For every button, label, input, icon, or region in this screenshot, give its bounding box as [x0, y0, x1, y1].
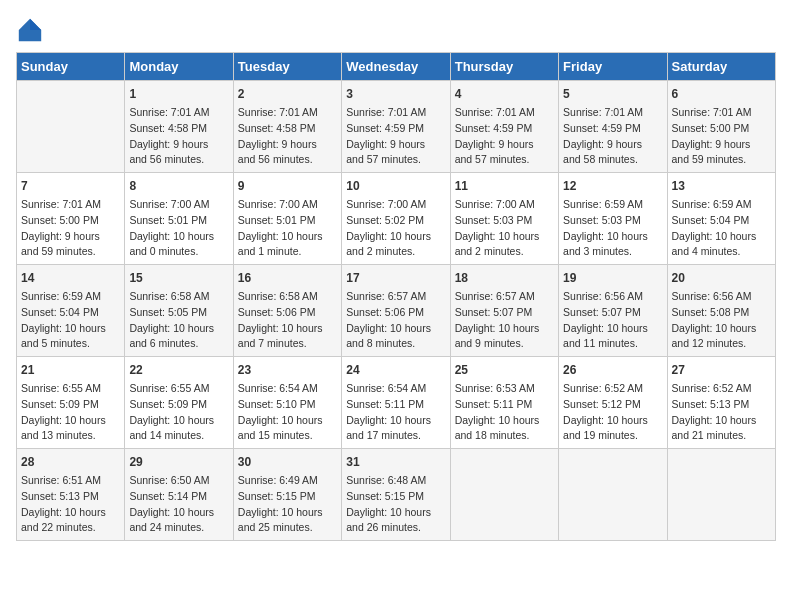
day-number: 26: [563, 361, 662, 379]
calendar-cell: [450, 449, 558, 541]
day-number: 18: [455, 269, 554, 287]
day-info: Sunrise: 7:00 AMSunset: 5:01 PMDaylight:…: [238, 197, 337, 260]
calendar-table: SundayMondayTuesdayWednesdayThursdayFrid…: [16, 52, 776, 541]
calendar-cell: 15Sunrise: 6:58 AMSunset: 5:05 PMDayligh…: [125, 265, 233, 357]
day-info: Sunrise: 6:57 AMSunset: 5:06 PMDaylight:…: [346, 289, 445, 352]
day-number: 29: [129, 453, 228, 471]
header-row: SundayMondayTuesdayWednesdayThursdayFrid…: [17, 53, 776, 81]
calendar-cell: 3Sunrise: 7:01 AMSunset: 4:59 PMDaylight…: [342, 81, 450, 173]
calendar-cell: 6Sunrise: 7:01 AMSunset: 5:00 PMDaylight…: [667, 81, 775, 173]
day-number: 9: [238, 177, 337, 195]
calendar-cell: 7Sunrise: 7:01 AMSunset: 5:00 PMDaylight…: [17, 173, 125, 265]
day-info: Sunrise: 6:53 AMSunset: 5:11 PMDaylight:…: [455, 381, 554, 444]
day-info: Sunrise: 6:56 AMSunset: 5:07 PMDaylight:…: [563, 289, 662, 352]
header-cell-sunday: Sunday: [17, 53, 125, 81]
day-info: Sunrise: 6:59 AMSunset: 5:04 PMDaylight:…: [672, 197, 771, 260]
day-info: Sunrise: 6:59 AMSunset: 5:04 PMDaylight:…: [21, 289, 120, 352]
week-row-2: 14Sunrise: 6:59 AMSunset: 5:04 PMDayligh…: [17, 265, 776, 357]
day-number: 27: [672, 361, 771, 379]
day-info: Sunrise: 7:01 AMSunset: 4:58 PMDaylight:…: [129, 105, 228, 168]
day-number: 30: [238, 453, 337, 471]
day-number: 4: [455, 85, 554, 103]
day-info: Sunrise: 6:55 AMSunset: 5:09 PMDaylight:…: [129, 381, 228, 444]
calendar-cell: 17Sunrise: 6:57 AMSunset: 5:06 PMDayligh…: [342, 265, 450, 357]
calendar-cell: 23Sunrise: 6:54 AMSunset: 5:10 PMDayligh…: [233, 357, 341, 449]
calendar-cell: 25Sunrise: 6:53 AMSunset: 5:11 PMDayligh…: [450, 357, 558, 449]
day-number: 6: [672, 85, 771, 103]
day-info: Sunrise: 7:01 AMSunset: 4:59 PMDaylight:…: [455, 105, 554, 168]
day-number: 17: [346, 269, 445, 287]
calendar-cell: 26Sunrise: 6:52 AMSunset: 5:12 PMDayligh…: [559, 357, 667, 449]
day-info: Sunrise: 6:57 AMSunset: 5:07 PMDaylight:…: [455, 289, 554, 352]
day-number: 2: [238, 85, 337, 103]
header-cell-friday: Friday: [559, 53, 667, 81]
day-info: Sunrise: 7:01 AMSunset: 4:59 PMDaylight:…: [346, 105, 445, 168]
calendar-cell: [667, 449, 775, 541]
calendar-cell: 13Sunrise: 6:59 AMSunset: 5:04 PMDayligh…: [667, 173, 775, 265]
calendar-cell: 9Sunrise: 7:00 AMSunset: 5:01 PMDaylight…: [233, 173, 341, 265]
day-number: 19: [563, 269, 662, 287]
calendar-cell: 31Sunrise: 6:48 AMSunset: 5:15 PMDayligh…: [342, 449, 450, 541]
day-number: 21: [21, 361, 120, 379]
calendar-cell: 22Sunrise: 6:55 AMSunset: 5:09 PMDayligh…: [125, 357, 233, 449]
day-number: 31: [346, 453, 445, 471]
day-info: Sunrise: 6:49 AMSunset: 5:15 PMDaylight:…: [238, 473, 337, 536]
calendar-cell: 28Sunrise: 6:51 AMSunset: 5:13 PMDayligh…: [17, 449, 125, 541]
calendar-cell: 27Sunrise: 6:52 AMSunset: 5:13 PMDayligh…: [667, 357, 775, 449]
week-row-1: 7Sunrise: 7:01 AMSunset: 5:00 PMDaylight…: [17, 173, 776, 265]
calendar-cell: 21Sunrise: 6:55 AMSunset: 5:09 PMDayligh…: [17, 357, 125, 449]
week-row-0: 1Sunrise: 7:01 AMSunset: 4:58 PMDaylight…: [17, 81, 776, 173]
calendar-cell: 14Sunrise: 6:59 AMSunset: 5:04 PMDayligh…: [17, 265, 125, 357]
calendar-cell: 16Sunrise: 6:58 AMSunset: 5:06 PMDayligh…: [233, 265, 341, 357]
day-number: 10: [346, 177, 445, 195]
day-number: 3: [346, 85, 445, 103]
header: [16, 16, 776, 44]
day-number: 16: [238, 269, 337, 287]
calendar-cell: [559, 449, 667, 541]
day-info: Sunrise: 6:54 AMSunset: 5:11 PMDaylight:…: [346, 381, 445, 444]
day-number: 14: [21, 269, 120, 287]
calendar-cell: 5Sunrise: 7:01 AMSunset: 4:59 PMDaylight…: [559, 81, 667, 173]
header-cell-saturday: Saturday: [667, 53, 775, 81]
day-number: 7: [21, 177, 120, 195]
day-number: 23: [238, 361, 337, 379]
header-cell-monday: Monday: [125, 53, 233, 81]
day-info: Sunrise: 6:52 AMSunset: 5:12 PMDaylight:…: [563, 381, 662, 444]
day-info: Sunrise: 7:01 AMSunset: 4:58 PMDaylight:…: [238, 105, 337, 168]
calendar-cell: [17, 81, 125, 173]
day-info: Sunrise: 6:50 AMSunset: 5:14 PMDaylight:…: [129, 473, 228, 536]
day-number: 22: [129, 361, 228, 379]
logo: [16, 16, 48, 44]
calendar-cell: 8Sunrise: 7:00 AMSunset: 5:01 PMDaylight…: [125, 173, 233, 265]
week-row-3: 21Sunrise: 6:55 AMSunset: 5:09 PMDayligh…: [17, 357, 776, 449]
day-number: 24: [346, 361, 445, 379]
calendar-cell: 19Sunrise: 6:56 AMSunset: 5:07 PMDayligh…: [559, 265, 667, 357]
day-number: 28: [21, 453, 120, 471]
day-number: 15: [129, 269, 228, 287]
calendar-cell: 18Sunrise: 6:57 AMSunset: 5:07 PMDayligh…: [450, 265, 558, 357]
day-info: Sunrise: 6:58 AMSunset: 5:05 PMDaylight:…: [129, 289, 228, 352]
day-number: 13: [672, 177, 771, 195]
calendar-cell: 10Sunrise: 7:00 AMSunset: 5:02 PMDayligh…: [342, 173, 450, 265]
day-info: Sunrise: 6:52 AMSunset: 5:13 PMDaylight:…: [672, 381, 771, 444]
day-info: Sunrise: 6:48 AMSunset: 5:15 PMDaylight:…: [346, 473, 445, 536]
svg-marker-1: [30, 19, 41, 30]
day-info: Sunrise: 6:56 AMSunset: 5:08 PMDaylight:…: [672, 289, 771, 352]
day-info: Sunrise: 6:54 AMSunset: 5:10 PMDaylight:…: [238, 381, 337, 444]
calendar-cell: 2Sunrise: 7:01 AMSunset: 4:58 PMDaylight…: [233, 81, 341, 173]
day-info: Sunrise: 6:59 AMSunset: 5:03 PMDaylight:…: [563, 197, 662, 260]
calendar-cell: 24Sunrise: 6:54 AMSunset: 5:11 PMDayligh…: [342, 357, 450, 449]
header-cell-thursday: Thursday: [450, 53, 558, 81]
day-number: 12: [563, 177, 662, 195]
logo-icon: [16, 16, 44, 44]
day-info: Sunrise: 6:55 AMSunset: 5:09 PMDaylight:…: [21, 381, 120, 444]
day-number: 1: [129, 85, 228, 103]
calendar-cell: 4Sunrise: 7:01 AMSunset: 4:59 PMDaylight…: [450, 81, 558, 173]
day-info: Sunrise: 7:00 AMSunset: 5:02 PMDaylight:…: [346, 197, 445, 260]
day-number: 25: [455, 361, 554, 379]
calendar-cell: 20Sunrise: 6:56 AMSunset: 5:08 PMDayligh…: [667, 265, 775, 357]
day-number: 11: [455, 177, 554, 195]
header-cell-tuesday: Tuesday: [233, 53, 341, 81]
header-cell-wednesday: Wednesday: [342, 53, 450, 81]
week-row-4: 28Sunrise: 6:51 AMSunset: 5:13 PMDayligh…: [17, 449, 776, 541]
